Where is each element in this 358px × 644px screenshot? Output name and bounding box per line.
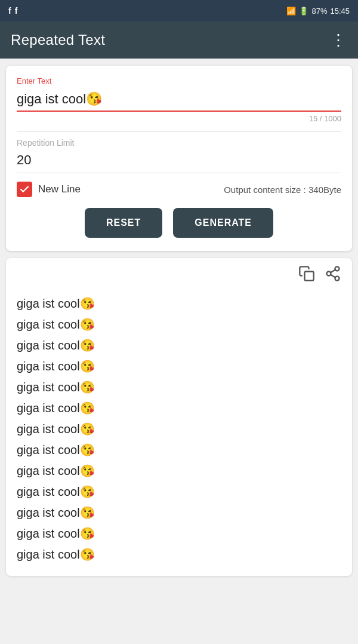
output-line: giga ist cool😘 [17, 440, 341, 461]
svg-rect-0 [305, 272, 314, 281]
output-line: giga ist cool😘 [17, 502, 341, 523]
char-count: 15 / 1000 [17, 114, 341, 123]
copy-icon[interactable] [298, 265, 315, 286]
output-line: giga ist cool😘 [17, 523, 341, 544]
battery-level: 87% [311, 7, 327, 16]
new-line-label: New Line [38, 183, 81, 195]
divider-2 [17, 173, 341, 173]
text-input[interactable] [17, 89, 341, 111]
repetition-label: Repetition Limit [17, 138, 341, 148]
buttons-row: RESET GENERATE [17, 208, 341, 238]
text-input-wrapper [17, 89, 341, 112]
more-icon[interactable]: ⋮ [331, 32, 347, 48]
app-bar: Repeated Text ⋮ [0, 22, 358, 59]
divider-1 [17, 131, 341, 132]
sim-icon: 📶 [286, 7, 296, 16]
status-left: f f [8, 6, 17, 16]
fb-icon-2: f [15, 6, 18, 16]
output-line: giga ist cool😘 [17, 544, 341, 565]
checkbox-area: New Line [17, 182, 81, 197]
status-right: 📶 🔋 87% 15:45 [286, 7, 350, 16]
status-bar: f f 📶 🔋 87% 15:45 [0, 0, 358, 22]
output-line: giga ist cool😘 [17, 356, 341, 377]
output-lines: giga ist cool😘giga ist cool😘giga ist coo… [17, 293, 341, 565]
repetition-input[interactable] [17, 150, 341, 173]
svg-line-4 [331, 275, 335, 278]
share-icon[interactable] [325, 265, 341, 286]
output-line: giga ist cool😘 [17, 419, 341, 440]
output-size-label: Output content size : 340Byte [224, 185, 341, 195]
fb-icon-1: f [8, 6, 11, 16]
clock: 15:45 [330, 7, 350, 16]
svg-line-5 [331, 270, 335, 273]
form-card: Enter Text 15 / 1000 Repetition Limit Ne… [6, 66, 352, 251]
output-line: giga ist cool😘 [17, 377, 341, 398]
output-line: giga ist cool😘 [17, 398, 341, 419]
output-line: giga ist cool😘 [17, 461, 341, 482]
checkmark-icon [19, 184, 30, 195]
output-line: giga ist cool😘 [17, 293, 341, 314]
options-row: New Line Output content size : 340Byte [17, 182, 341, 197]
output-toolbar [17, 265, 341, 286]
output-line: giga ist cool😘 [17, 482, 341, 502]
output-line: giga ist cool😘 [17, 335, 341, 356]
battery-icon: 🔋 [299, 7, 308, 16]
output-section: giga ist cool😘giga ist cool😘giga ist coo… [6, 258, 352, 576]
reset-button[interactable]: RESET [85, 208, 162, 238]
enter-text-label: Enter Text [17, 76, 341, 85]
generate-button[interactable]: GENERATE [173, 208, 273, 238]
app-title: Repeated Text [11, 32, 105, 48]
output-line: giga ist cool😘 [17, 314, 341, 335]
new-line-checkbox[interactable] [17, 182, 32, 197]
